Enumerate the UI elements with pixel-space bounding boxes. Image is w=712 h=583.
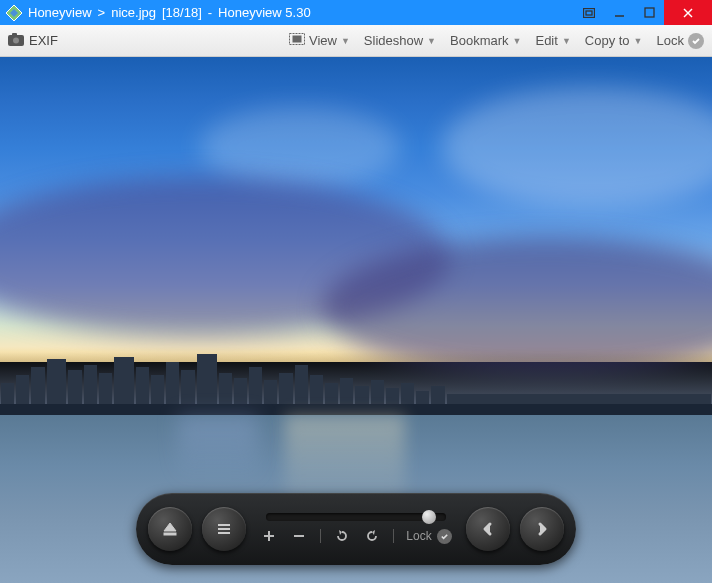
svg-rect-2 xyxy=(584,8,595,17)
lock-label: Lock xyxy=(657,33,684,48)
camera-icon xyxy=(8,33,24,49)
copy-to-menu[interactable]: Copy to ▼ xyxy=(585,33,643,48)
svg-rect-5 xyxy=(645,8,654,17)
zoom-out-button[interactable] xyxy=(290,527,308,545)
bookmark-label: Bookmark xyxy=(450,33,509,48)
title-app-title: Honeyview 5.30 xyxy=(218,5,311,20)
minimize-button[interactable] xyxy=(604,0,634,25)
title-app-name: Honeyview xyxy=(28,5,92,20)
eject-button[interactable] xyxy=(148,507,192,551)
svg-rect-14 xyxy=(164,533,176,535)
dropdown-icon: ▼ xyxy=(341,36,350,46)
dropdown-icon: ▼ xyxy=(427,36,436,46)
app-icon xyxy=(5,4,23,22)
title-separator: > xyxy=(98,5,106,20)
dropdown-icon: ▼ xyxy=(634,36,643,46)
menu-button[interactable] xyxy=(202,507,246,551)
check-icon xyxy=(688,33,704,49)
svg-rect-3 xyxy=(586,11,592,15)
maximize-button[interactable] xyxy=(634,0,664,25)
edit-label: Edit xyxy=(535,33,557,48)
zoom-slider[interactable] xyxy=(266,513,446,521)
svg-point-10 xyxy=(13,37,19,43)
view-menu[interactable]: View ▼ xyxy=(289,33,350,48)
slider-thumb[interactable] xyxy=(422,510,436,524)
exif-label: EXIF xyxy=(29,33,58,48)
fullscreen-button[interactable] xyxy=(574,0,604,25)
svg-rect-9 xyxy=(12,33,17,36)
exif-button[interactable]: EXIF xyxy=(8,33,58,49)
titlebar: Honeyview > nice.jpg [18/18] - Honeyview… xyxy=(0,0,712,25)
copy-to-label: Copy to xyxy=(585,33,630,48)
image-viewport[interactable]: Lock xyxy=(0,57,712,583)
lock-menu[interactable]: Lock xyxy=(657,33,704,49)
prev-button[interactable] xyxy=(466,507,510,551)
dropdown-icon: ▼ xyxy=(562,36,571,46)
fit-icon xyxy=(289,33,305,48)
slideshow-label: Slideshow xyxy=(364,33,423,48)
rotate-right-button[interactable] xyxy=(363,527,381,545)
slideshow-menu[interactable]: Slideshow ▼ xyxy=(364,33,436,48)
title-index: [18/18] xyxy=(162,5,202,20)
toolbar: EXIF View ▼ Slideshow ▼ Bookmark ▼ Edit … xyxy=(0,25,712,57)
next-button[interactable] xyxy=(520,507,564,551)
player-controls: Lock xyxy=(136,493,576,565)
dropdown-icon: ▼ xyxy=(513,36,522,46)
lock-toggle-label: Lock xyxy=(406,529,431,543)
close-button[interactable] xyxy=(664,0,712,25)
view-label: View xyxy=(309,33,337,48)
title-dash: - xyxy=(208,5,212,20)
rotate-left-button[interactable] xyxy=(333,527,351,545)
lock-toggle[interactable]: Lock xyxy=(406,529,451,544)
bookmark-menu[interactable]: Bookmark ▼ xyxy=(450,33,521,48)
svg-rect-12 xyxy=(293,36,301,42)
edit-menu[interactable]: Edit ▼ xyxy=(535,33,570,48)
check-icon xyxy=(437,529,452,544)
zoom-in-button[interactable] xyxy=(260,527,278,545)
title-file-name: nice.jpg xyxy=(111,5,156,20)
svg-marker-13 xyxy=(164,523,176,531)
